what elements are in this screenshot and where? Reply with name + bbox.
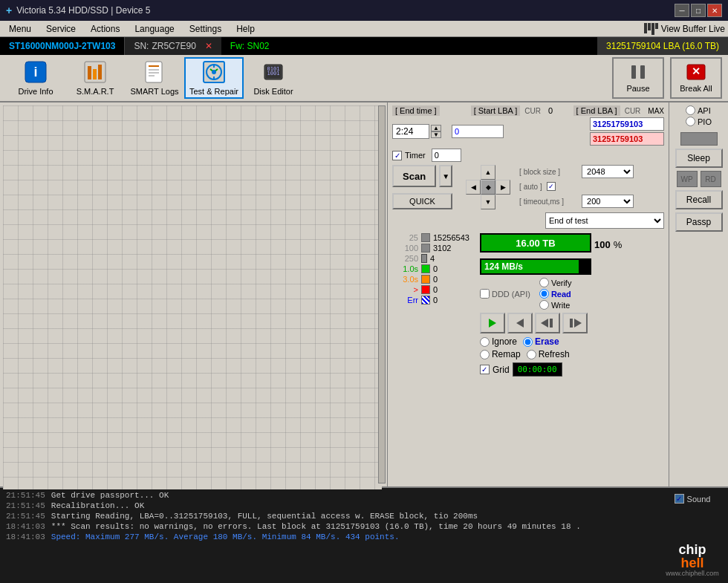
menu-item-help[interactable]: Help (230, 22, 261, 36)
menu-item-menu[interactable]: Menu (3, 22, 37, 36)
api-radio[interactable] (686, 105, 695, 115)
block-size-select[interactable]: 20485124096 (582, 165, 634, 178)
disk-icon: 0101 1001 (261, 60, 285, 84)
write-radio[interactable] (539, 300, 549, 310)
scan-dropdown-button[interactable]: ▼ (439, 165, 452, 187)
api-radio-row: API (686, 105, 712, 115)
app-title: Victoria 5.34 HDD/SSD | Device 5 (16, 5, 150, 16)
stat-25-label: 25 (392, 233, 418, 242)
time-up-btn[interactable]: ▲ (431, 125, 441, 131)
end-lba-max-input[interactable] (590, 132, 664, 146)
logo-hell: hell (680, 556, 703, 570)
timeout-select[interactable]: 200100500 (582, 195, 634, 208)
view-buffer-button[interactable]: View Buffer Live (644, 23, 725, 35)
minimize-button[interactable]: ─ (675, 4, 689, 17)
play-button[interactable] (480, 313, 505, 333)
timer-input[interactable] (432, 149, 461, 162)
menu-item-service[interactable]: Service (40, 22, 82, 36)
quick-button[interactable]: QUICK (392, 193, 452, 209)
sound-checkbox[interactable]: ✓ (675, 494, 684, 504)
stat-250-bar (421, 254, 427, 263)
toolbar-diskeditor-btn[interactable]: 0101 1001 Disk Editor (244, 57, 303, 99)
serial-value: ZR5C7E90 (152, 41, 195, 51)
rewind-button[interactable] (507, 313, 533, 333)
passp-button[interactable]: Passp (675, 212, 723, 232)
start-lba-input[interactable] (452, 125, 504, 138)
drive-close-button[interactable]: ✕ (205, 41, 212, 51)
menu-bar: Menu Service Actions Language Settings H… (0, 21, 728, 37)
stat-250-label: 250 (392, 254, 418, 263)
toolbar-smartlogs-btn[interactable]: SMART Logs (125, 57, 184, 99)
break-all-button[interactable]: ✕ Break All (670, 57, 722, 99)
toolbar-drive-info-label: Drive Info (18, 87, 53, 96)
app-logo: + (6, 4, 12, 16)
timer-checkbox[interactable]: ✓ (392, 151, 402, 160)
pause-button[interactable]: Pause (612, 57, 664, 99)
diamond-nav: ▲ ◀ ◆ ▶ ▼ (466, 165, 510, 209)
menu-item-actions[interactable]: Actions (85, 22, 126, 36)
time-down-btn[interactable]: ▼ (431, 131, 441, 138)
step-back-button[interactable] (535, 313, 560, 333)
graph-scrollbar[interactable] (378, 105, 386, 483)
rd-button[interactable]: RD (701, 171, 721, 187)
read-label: Read (551, 290, 571, 299)
verify-label: Verify (551, 279, 572, 287)
erase-label: Erase (535, 336, 559, 347)
nav-up-button[interactable]: ▲ (481, 165, 495, 180)
scan-button[interactable]: Scan (392, 165, 436, 187)
nav-center-button[interactable]: ◆ (481, 180, 495, 195)
menu-item-language[interactable]: Language (129, 22, 180, 36)
window-controls: ─ □ ✕ (675, 4, 722, 17)
log-line-3: 21:51:45 Starting Reading, LBA=0..312517… (6, 512, 657, 521)
read-radio[interactable] (539, 289, 549, 299)
nav-down-button[interactable]: ▼ (481, 195, 495, 209)
svg-text:✕: ✕ (692, 65, 701, 77)
log-msg-1: Get drive passport... OK (51, 491, 169, 500)
pio-radio-row: PIO (686, 117, 712, 126)
log-time-2: 21:51:45 (6, 501, 45, 510)
verify-radio[interactable] (539, 278, 549, 287)
end-lba-cur-input[interactable] (590, 117, 664, 131)
toolbar-smart-btn[interactable]: S.M.A.R.T (65, 57, 125, 99)
time-spinner[interactable]: ▲ ▼ (431, 125, 441, 138)
recall-button[interactable]: Recall (675, 190, 723, 209)
maximize-button[interactable]: □ (691, 4, 706, 17)
menu-item-settings[interactable]: Settings (183, 22, 227, 36)
stat-red-bar (421, 285, 430, 294)
drive-lba: 31251759104 LBA (16.0 TB) (597, 37, 728, 55)
stat-red-label: > (392, 285, 418, 294)
nav-left-button[interactable]: ◀ (466, 180, 481, 195)
ddd-label: DDD (API) (492, 290, 530, 299)
wp-rd-row: WP RD (677, 171, 721, 187)
auto-checkbox[interactable]: ✓ (547, 182, 556, 191)
ddd-checkbox[interactable] (480, 289, 490, 299)
grid-time-display: 00:00:00 (513, 362, 562, 377)
close-button[interactable]: ✕ (707, 4, 722, 17)
mode-select[interactable]: End of test Loop Pause on error (545, 212, 664, 229)
log-line-4: 18:41:03 *** Scan results: no warnings, … (6, 522, 657, 531)
nav-right-button[interactable]: ▶ (495, 180, 510, 195)
drive-serial: SN: ZR5C7E90 ✕ (125, 37, 221, 55)
erase-radio[interactable] (523, 337, 533, 347)
grid-label: Grid (493, 365, 510, 375)
toolbar-drive-info-btn[interactable]: i Drive Info (6, 57, 65, 99)
svg-text:1001: 1001 (267, 71, 280, 76)
remap-radio[interactable] (480, 350, 490, 359)
stat-25-bar (421, 233, 430, 242)
grid-checkbox[interactable]: ✓ (480, 365, 490, 374)
toolbar-test-btn[interactable]: Test & Repair (184, 57, 244, 99)
step-forward-icon (568, 317, 582, 329)
sleep-button[interactable]: Sleep (675, 149, 723, 168)
pause-icon (628, 63, 649, 81)
ignore-radio[interactable] (480, 337, 490, 347)
step-forward-button[interactable] (562, 313, 588, 333)
wp-button[interactable]: WP (677, 171, 698, 187)
refresh-radio[interactable] (527, 350, 536, 359)
pio-radio[interactable] (686, 117, 695, 126)
svg-marker-28 (574, 319, 582, 328)
write-label: Write (551, 301, 570, 310)
end-time-input[interactable] (392, 124, 429, 139)
progress-bar: 16.00 TB (480, 233, 591, 253)
vb-bar-3 (651, 23, 654, 35)
test-icon (202, 60, 226, 84)
